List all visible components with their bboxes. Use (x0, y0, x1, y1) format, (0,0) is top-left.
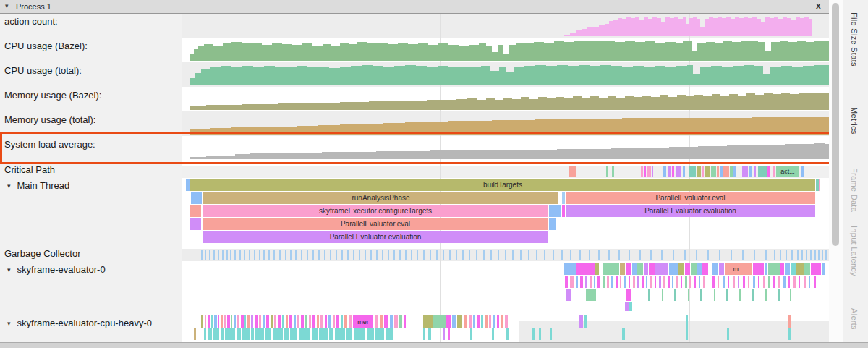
slice[interactable] (297, 315, 299, 328)
slice[interactable] (388, 250, 389, 260)
slice[interactable] (699, 276, 700, 288)
slice[interactable] (814, 276, 816, 288)
slice[interactable] (763, 276, 765, 288)
slice[interactable] (650, 276, 652, 288)
slice[interactable] (752, 289, 754, 301)
slice[interactable] (685, 276, 687, 288)
slice[interactable] (411, 250, 412, 260)
slice[interactable] (505, 315, 508, 328)
main-thread-label[interactable]: ▾Main Thread (7, 180, 69, 191)
slice[interactable] (562, 205, 565, 217)
slice[interactable] (279, 250, 281, 260)
slice[interactable] (758, 276, 760, 288)
slice[interactable] (594, 276, 595, 288)
slice[interactable] (209, 250, 210, 260)
slice[interactable] (380, 315, 383, 328)
slice[interactable] (688, 289, 689, 301)
slice-runAnalysisPhase[interactable]: runAnalysisPhase (203, 192, 558, 204)
slice[interactable] (446, 315, 451, 328)
slice[interactable] (325, 315, 327, 328)
slice[interactable] (234, 315, 236, 328)
slice[interactable] (650, 250, 652, 260)
slice[interactable] (550, 328, 552, 340)
slice[interactable] (286, 315, 288, 328)
slice[interactable] (271, 315, 273, 328)
slice[interactable] (204, 328, 206, 340)
slice[interactable] (449, 250, 451, 260)
slice[interactable] (743, 276, 745, 288)
slice[interactable] (375, 328, 384, 340)
slice[interactable] (758, 166, 767, 177)
slice[interactable] (661, 250, 663, 260)
slice[interactable] (213, 250, 215, 260)
slice[interactable] (477, 315, 480, 328)
slice[interactable] (390, 315, 393, 328)
slice[interactable] (742, 250, 744, 260)
slice[interactable] (705, 166, 710, 177)
slice-ParallelEvaluator.eval[interactable]: ParallelEvaluator.eval (203, 218, 548, 230)
slice[interactable] (659, 276, 661, 288)
slice[interactable] (822, 263, 825, 275)
slice[interactable] (318, 250, 320, 260)
slice[interactable] (443, 328, 445, 340)
slice[interactable] (629, 302, 632, 311)
slice[interactable] (644, 263, 648, 275)
slice[interactable] (809, 276, 810, 288)
horizontal-scrollbar[interactable] (0, 342, 868, 348)
slice[interactable] (730, 166, 733, 177)
slice[interactable] (797, 250, 799, 260)
slice[interactable] (728, 276, 729, 288)
slice[interactable] (214, 315, 217, 328)
slice[interactable] (791, 263, 796, 275)
slice[interactable] (186, 179, 190, 191)
slice[interactable] (603, 263, 619, 275)
slice-mer[interactable]: mer (353, 315, 373, 328)
tab-frame-data[interactable]: Frame Data (850, 168, 859, 212)
slice[interactable] (335, 328, 345, 340)
slice[interactable] (430, 250, 431, 260)
slice[interactable] (462, 250, 464, 260)
slice[interactable] (211, 315, 213, 328)
slice[interactable] (767, 166, 770, 177)
slice[interactable] (712, 276, 715, 288)
slice-buildTargets[interactable]: buildTargets (190, 179, 815, 191)
slice[interactable] (274, 315, 276, 328)
slice[interactable] (825, 250, 827, 260)
slice-skyframeExecutor.configureTargets[interactable]: skyframeExecutor.configureTargets (203, 205, 548, 217)
slice[interactable] (788, 315, 791, 328)
slice[interactable] (561, 250, 563, 260)
slice[interactable] (620, 263, 625, 275)
slice[interactable] (689, 166, 696, 177)
slice[interactable] (748, 276, 749, 288)
slice[interactable] (796, 263, 804, 275)
slice[interactable] (312, 250, 314, 260)
slice[interactable] (663, 166, 666, 177)
slice[interactable] (697, 263, 702, 275)
slice[interactable] (668, 276, 670, 288)
slice[interactable] (723, 166, 729, 177)
slice[interactable] (647, 166, 651, 177)
slice[interactable] (655, 263, 668, 275)
slice[interactable] (663, 276, 665, 288)
slice[interactable] (251, 315, 253, 328)
slice[interactable] (242, 328, 250, 340)
slice[interactable] (639, 250, 641, 260)
slice[interactable] (686, 328, 688, 340)
slice[interactable] (611, 276, 613, 288)
slice[interactable] (549, 205, 561, 217)
slice[interactable] (731, 250, 732, 260)
slice-ParallelEvaluator.eval[interactable]: ParallelEvaluator.eval (566, 192, 815, 204)
slice[interactable] (239, 250, 241, 260)
slice[interactable] (299, 328, 310, 340)
slice[interactable] (493, 315, 495, 328)
slice[interactable] (598, 250, 600, 260)
slice[interactable] (742, 166, 748, 177)
slice[interactable] (506, 328, 509, 340)
slice[interactable] (819, 179, 820, 191)
slice[interactable] (423, 250, 425, 260)
slice[interactable] (384, 315, 388, 328)
process-collapse-arrow-icon[interactable]: ▾ (5, 2, 9, 9)
slice[interactable] (417, 250, 418, 260)
slice[interactable] (774, 250, 775, 260)
slice[interactable] (249, 250, 250, 260)
